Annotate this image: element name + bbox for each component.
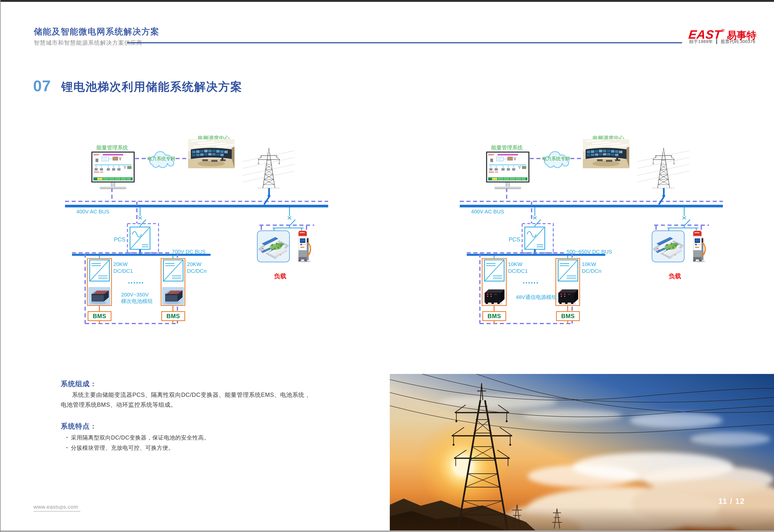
ems-screen: EAST bbox=[487, 153, 528, 181]
converter-n-power: 20KW bbox=[187, 261, 207, 268]
doc-subtitle: 智慧城市和智慧能源系统解决方案供应商 bbox=[34, 39, 142, 47]
feature-item-2: •分簇模块管理、充放电可控、可换方便。 bbox=[66, 444, 174, 452]
ems-monitor: EAST bbox=[486, 152, 529, 182]
converter-1-label: 20KW DC/DC1 bbox=[113, 261, 133, 274]
converter-1-name: DC/DC1 bbox=[113, 268, 133, 274]
converter-n-label: 20KW DC/DCn bbox=[187, 261, 207, 274]
website-link[interactable]: www.eastups.com bbox=[33, 504, 80, 511]
battery-spec-label: 48V通信电源模组 bbox=[516, 294, 557, 300]
page-indicator: 11 / 12 bbox=[718, 497, 745, 506]
campus-building-image bbox=[257, 230, 290, 262]
feature-2-text: 分簇模块管理、充放电可控、可换方便。 bbox=[71, 445, 174, 451]
system-diagram-right: 能量管理系统 EAST 电力系统专网 电网调度中心 400V AC BUS PC… bbox=[460, 133, 723, 339]
battery-pack-n-image bbox=[162, 287, 184, 305]
campus-building-image bbox=[652, 230, 685, 262]
ems-label: 能量管理系统 bbox=[88, 144, 136, 151]
bullet-icon: • bbox=[66, 445, 68, 450]
converter-1-label: 10KW DC/DC1 bbox=[508, 261, 528, 274]
ems-label: 能量管理系统 bbox=[483, 144, 531, 151]
ev-charger-image bbox=[297, 230, 312, 263]
ems-screen-brand: EAST bbox=[488, 153, 494, 156]
battery-spec-label: 200V~350V 梯次电池模组 bbox=[121, 291, 153, 304]
converter-n-power: 10KW bbox=[582, 261, 602, 268]
dcdc-converter-1-icon bbox=[89, 260, 110, 281]
section-number: 07 bbox=[33, 77, 51, 95]
control-room-photo bbox=[583, 139, 629, 168]
transmission-tower-art bbox=[638, 147, 690, 189]
ellipsis: •••••• bbox=[521, 280, 541, 285]
transmission-tower-art bbox=[243, 147, 295, 189]
ac-bus-label: 400V AC BUS bbox=[471, 209, 504, 215]
page-edge-top bbox=[0, 0, 774, 2]
dcdc-converter-1-icon bbox=[484, 260, 504, 281]
header-rule bbox=[127, 42, 682, 43]
monitor-base bbox=[494, 187, 521, 189]
ems-screen-brand: EAST bbox=[94, 153, 100, 156]
ev-charger-image bbox=[692, 230, 707, 263]
bms-box-n: BMS bbox=[161, 311, 185, 321]
battery-spec-line1: 200V~350V bbox=[121, 291, 153, 298]
founded-year: 始于1989年 bbox=[689, 39, 713, 44]
stock-code: 股票代码:300376 bbox=[721, 39, 755, 44]
power-module-1-image bbox=[483, 287, 505, 305]
battery-spec-line1: 48V通信电源模组 bbox=[516, 294, 557, 300]
sunset-photo bbox=[390, 374, 774, 530]
power-network-label: 电力系统专网 bbox=[541, 156, 571, 162]
battery-pack-1-image bbox=[88, 287, 110, 305]
system-diagram-left: 能量管理系统 EAST 电力系统专网 电网调度中心 400V AC BUS PC… bbox=[65, 133, 328, 339]
dc-bus-label: 700V DC BUS bbox=[172, 249, 206, 255]
converter-1-power: 20KW bbox=[113, 261, 133, 268]
ac-bus-label: 400V AC BUS bbox=[76, 209, 109, 215]
converter-n-label: 10KW DC/DCn bbox=[582, 261, 602, 274]
load-label: 负载 bbox=[268, 272, 293, 280]
pcs-label: PCS bbox=[111, 236, 125, 243]
stock-info: 始于1989年┃股票代码:300376 bbox=[689, 39, 755, 45]
converter-n-name: DC/DCn bbox=[582, 268, 602, 274]
composition-line2: 电池管理系统BMS、动环监控系统等组成。 bbox=[61, 401, 176, 409]
monitor-stand bbox=[505, 182, 510, 187]
ellipsis: •••••• bbox=[126, 280, 146, 285]
dcdc-converter-n-icon bbox=[163, 260, 183, 281]
power-module-n-image bbox=[557, 287, 579, 305]
converter-1-power: 10KW bbox=[508, 261, 528, 268]
pcs-label: PCS bbox=[506, 236, 520, 243]
ems-screen: EAST bbox=[92, 153, 133, 181]
feature-1-text: 采用隔离型双向DC/DC变换器，保证电池的安全性高。 bbox=[71, 434, 210, 441]
page-edge-left bbox=[0, 0, 1, 532]
composition-heading: 系统组成 : bbox=[61, 379, 95, 388]
bms-box-1: BMS bbox=[482, 311, 506, 321]
monitor-stand bbox=[111, 182, 115, 187]
section-title: 锂电池梯次利用储能系统解决方案 bbox=[61, 79, 243, 95]
dc-bus-label: 500~650V DC BUS bbox=[566, 249, 612, 255]
tagline-separator: ┃ bbox=[715, 39, 718, 44]
brochure-page: 储能及智能微电网系统解决方案 智慧城市和智慧能源系统解决方案供应商 EAST®易… bbox=[0, 0, 774, 532]
features-heading: 系统特点 : bbox=[61, 422, 95, 431]
page-title: 储能及智能微电网系统解决方案 bbox=[34, 26, 159, 37]
control-room-photo bbox=[188, 139, 235, 168]
page-edge-bottom bbox=[0, 530, 774, 532]
feature-item-1: •采用隔离型双向DC/DC变换器，保证电池的安全性高。 bbox=[66, 434, 210, 442]
bms-box-1: BMS bbox=[88, 311, 111, 321]
converter-n-name: DC/DCn bbox=[187, 268, 207, 274]
power-network-label: 电力系统专网 bbox=[146, 156, 176, 162]
bullet-icon: • bbox=[66, 435, 68, 440]
monitor-base bbox=[100, 187, 126, 189]
load-label: 负载 bbox=[663, 272, 687, 280]
battery-spec-line2: 梯次电池模组 bbox=[121, 298, 153, 304]
composition-line1: 系统主要由储能变流器PCS、隔离性双向DC/DC变换器、能量管理系统EMS、电池… bbox=[72, 391, 312, 399]
ems-monitor: EAST bbox=[91, 152, 135, 182]
dcdc-converter-n-icon bbox=[558, 260, 578, 281]
bms-box-n: BMS bbox=[556, 311, 580, 321]
converter-1-name: DC/DC1 bbox=[508, 268, 528, 274]
